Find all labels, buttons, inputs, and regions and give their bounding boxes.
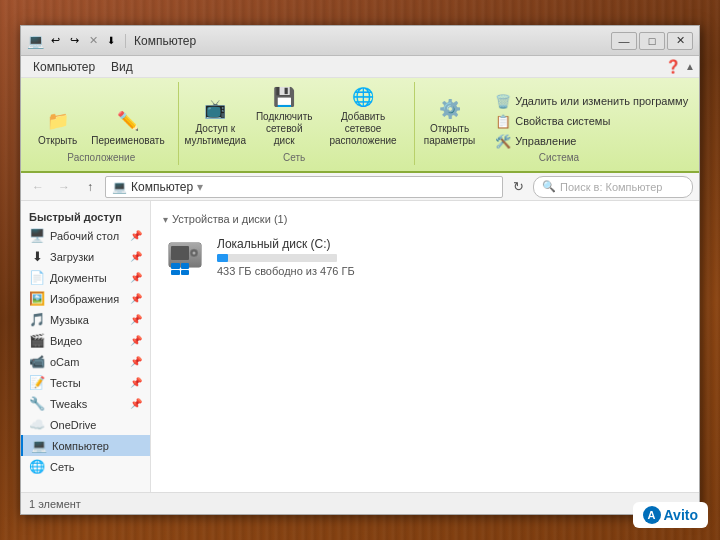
ribbon-group-system-content: ⚙️ Открыть параметры 🗑️ Удалить или изме… [419,82,699,150]
sidebar-item-desktop[interactable]: 🖥️ Рабочий стол 📌 [21,225,150,246]
ocam-icon: 📹 [29,354,45,369]
quick-down-icon[interactable]: ⬇ [105,34,117,47]
add-network-icon: 🌐 [349,85,377,109]
music-pin-icon: 📌 [130,314,142,325]
video-icon: 🎬 [29,333,45,348]
menu-bar: Компьютер Вид ❓ ▲ [21,56,699,78]
refresh-button[interactable]: ↻ [507,176,529,198]
uninstall-icon: 🗑️ [495,94,511,109]
sidebar-item-onedrive[interactable]: ☁️ OneDrive [21,414,150,435]
map-drive-label: Подключить сетевой диск [256,111,313,147]
open-settings-label: Открыть параметры [424,123,476,147]
sidebar-item-video[interactable]: 🎬 Видео 📌 [21,330,150,351]
map-drive-icon: 💾 [270,85,298,109]
sidebar-downloads-label: Загрузки [50,251,125,263]
ribbon-group-location-content: 📁 Открыть ✏️ Переименовать [33,82,170,150]
map-drive-button[interactable]: 💾 Подключить сетевой диск [252,82,316,150]
collapse-icon[interactable]: ▲ [685,61,695,72]
rename-button[interactable]: ✏️ Переименовать [86,106,169,150]
address-bar: ← → ↑ 💻 Компьютер ▾ ↻ 🔍 Поиск в: Компьют… [21,173,699,201]
back-button[interactable]: ← [27,176,49,198]
sidebar-onedrive-label: OneDrive [50,419,142,431]
open-icon: 📁 [44,109,72,133]
sidebar-computer-label: Компьютер [52,440,142,452]
media-icon: 📺 [201,97,229,121]
search-box[interactable]: 🔍 Поиск в: Компьютер [533,176,693,198]
sidebar-images-label: Изображения [50,293,125,305]
explorer-window: 💻 ↩ ↪ ✕ ⬇ Компьютер — □ ✕ Компьютер Вид … [20,25,700,515]
avito-badge: A Avito [633,502,708,528]
desktop-icon: 🖥️ [29,228,45,243]
window-icon: 💻 [27,33,44,49]
avito-text: Avito [664,507,698,523]
ribbon-right-actions: 🗑️ Удалить или изменить программу 📋 Свой… [484,92,699,150]
video-pin-icon: 📌 [130,335,142,346]
add-network-button[interactable]: 🌐 Добавить сетевое расположение [320,82,405,150]
music-icon: 🎵 [29,312,45,327]
quick-access-label: Быстрый доступ [21,207,150,225]
minimize-button[interactable]: — [611,32,637,50]
sidebar-tweaks-label: Tweaks [50,398,125,410]
open-button[interactable]: 📁 Открыть [33,106,82,150]
system-props-icon: 📋 [495,114,511,129]
divider [125,34,126,48]
sidebar-item-downloads[interactable]: ⬇ Загрузки 📌 [21,246,150,267]
desktop-pin-icon: 📌 [130,230,142,241]
quick-undo-icon[interactable]: ↪ [67,33,82,48]
address-chevron[interactable]: ▾ [193,180,207,194]
system-props-label: Свойства системы [515,115,610,127]
add-network-label: Добавить сетевое расположение [325,111,400,147]
rename-label: Переименовать [91,135,164,147]
drive-c-size: 433 ГБ свободно из 476 ГБ [217,265,355,277]
search-placeholder: Поиск в: Компьютер [560,181,662,193]
title-bar: 💻 ↩ ↪ ✕ ⬇ Компьютер — □ ✕ [21,26,699,56]
management-button[interactable]: 🛠️ Управление [490,132,693,150]
drive-c-item[interactable]: Локальный диск (C:) 433 ГБ свободно из 4… [159,231,691,283]
quick-save-icon[interactable]: ↩ [48,33,63,48]
maximize-button[interactable]: □ [639,32,665,50]
search-icon: 🔍 [542,180,556,193]
help-icon[interactable]: ❓ [665,59,681,74]
sidebar-item-images[interactable]: 🖼️ Изображения 📌 [21,288,150,309]
svg-rect-2 [171,246,189,260]
section-collapse-icon[interactable]: ▾ [163,214,168,225]
address-input[interactable]: 💻 Компьютер ▾ [105,176,503,198]
window-title: Компьютер [134,34,196,48]
avito-logo-circle: A [643,506,661,524]
media-access-button[interactable]: 📺 Доступ к мультимедиа [183,94,248,150]
ribbon-group-network: 📺 Доступ к мультимедиа 💾 Подключить сете… [179,82,415,165]
sidebar-desktop-label: Рабочий стол [50,230,125,242]
up-button[interactable]: ↑ [79,176,101,198]
sidebar-item-music[interactable]: 🎵 Музыка 📌 [21,309,150,330]
uninstall-button[interactable]: 🗑️ Удалить или изменить программу [490,92,693,110]
status-text: 1 элемент [29,498,81,510]
menu-computer[interactable]: Компьютер [25,58,103,76]
drive-icon-container [167,239,207,275]
documents-pin-icon: 📌 [130,272,142,283]
ribbon: 📁 Открыть ✏️ Переименовать Расположение … [21,78,699,173]
tweaks-pin-icon: 📌 [130,398,142,409]
breadcrumb-text: Компьютер [131,180,193,194]
open-settings-button[interactable]: ⚙️ Открыть параметры [419,94,481,150]
ribbon-group-system-label: Система [419,152,699,163]
sidebar-item-computer[interactable]: 💻 Компьютер [21,435,150,456]
close-button[interactable]: ✕ [667,32,693,50]
uninstall-label: Удалить или изменить программу [515,95,688,107]
ocam-pin-icon: 📌 [130,356,142,367]
settings-icon: ⚙️ [436,97,464,121]
menu-view[interactable]: Вид [103,58,141,76]
rename-icon: ✏️ [114,109,142,133]
sidebar-item-network[interactable]: 🌐 Сеть [21,456,150,477]
tweaks-icon: 🔧 [29,396,45,411]
downloads-icon: ⬇ [29,249,45,264]
drive-c-name: Локальный диск (C:) [217,237,355,251]
sidebar-item-ocam[interactable]: 📹 oCam 📌 [21,351,150,372]
forward-button[interactable]: → [53,176,75,198]
svg-point-4 [193,252,196,255]
sidebar-item-documents[interactable]: 📄 Документы 📌 [21,267,150,288]
system-props-button[interactable]: 📋 Свойства системы [490,112,693,130]
sidebar-item-tweaks[interactable]: 🔧 Tweaks 📌 [21,393,150,414]
tests-icon: 📝 [29,375,45,390]
quick-close-icon[interactable]: ✕ [86,33,101,48]
sidebar-item-tests[interactable]: 📝 Тесты 📌 [21,372,150,393]
